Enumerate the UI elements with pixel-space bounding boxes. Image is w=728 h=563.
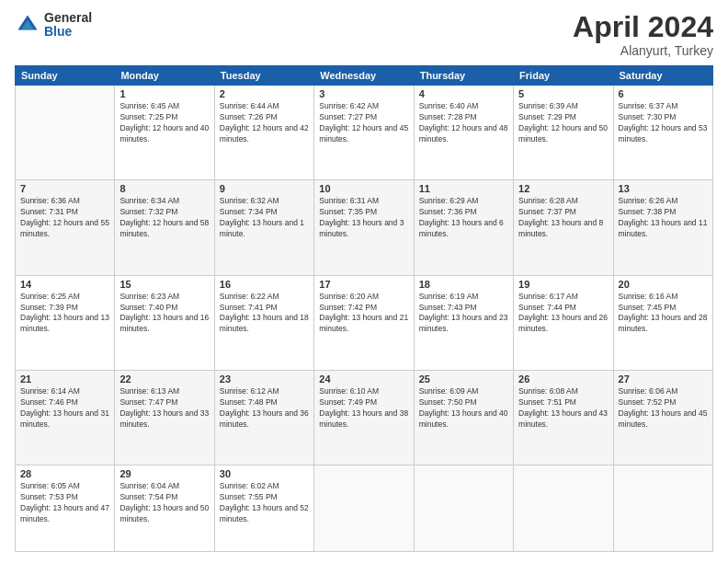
table-cell: 29Sunrise: 6:04 AMSunset: 7:54 PMDayligh…: [115, 465, 214, 552]
day-number: 8: [119, 183, 209, 194]
table-cell: 14Sunrise: 6:25 AMSunset: 7:39 PMDayligh…: [16, 275, 115, 370]
logo: General Blue: [15, 11, 92, 40]
sunset-text: Sunset: 7:44 PM: [518, 303, 576, 312]
sunset-text: Sunset: 7:34 PM: [220, 207, 278, 216]
table-cell: 26Sunrise: 6:08 AMSunset: 7:51 PMDayligh…: [514, 370, 613, 465]
sunrise-text: Sunrise: 6:42 AM: [319, 101, 379, 110]
day-info: Sunrise: 6:17 AMSunset: 7:44 PMDaylight:…: [518, 292, 608, 336]
col-sunday: Sunday: [16, 66, 115, 86]
calendar-week-row: 1Sunrise: 6:45 AMSunset: 7:25 PMDaylight…: [16, 86, 713, 180]
table-cell: 10Sunrise: 6:31 AMSunset: 7:35 PMDayligh…: [314, 180, 414, 275]
daylight-text: Daylight: 12 hours and 42 minutes.: [220, 123, 309, 144]
table-cell: 5Sunrise: 6:39 AMSunset: 7:29 PMDaylight…: [514, 86, 613, 180]
sunset-text: Sunset: 7:43 PM: [419, 303, 477, 312]
daylight-text: Daylight: 13 hours and 36 minutes.: [220, 408, 309, 429]
sunset-text: Sunset: 7:50 PM: [419, 397, 477, 407]
sunset-text: Sunset: 7:39 PM: [20, 303, 78, 312]
table-cell: 15Sunrise: 6:23 AMSunset: 7:40 PMDayligh…: [115, 275, 214, 370]
sunrise-text: Sunrise: 6:17 AM: [518, 292, 578, 301]
sunset-text: Sunset: 7:45 PM: [619, 303, 677, 312]
sunset-text: Sunset: 7:36 PM: [419, 207, 477, 216]
day-info: Sunrise: 6:40 AMSunset: 7:28 PMDaylight:…: [419, 101, 508, 145]
day-number: 23: [220, 373, 309, 385]
table-cell: 21Sunrise: 6:14 AMSunset: 7:46 PMDayligh…: [16, 370, 115, 465]
table-cell: 20Sunrise: 6:16 AMSunset: 7:45 PMDayligh…: [613, 275, 712, 370]
sunrise-text: Sunrise: 6:36 AM: [20, 196, 80, 205]
day-info: Sunrise: 6:06 AMSunset: 7:52 PMDaylight:…: [619, 386, 708, 431]
sunrise-text: Sunrise: 6:40 AM: [419, 101, 479, 110]
table-cell: 30Sunrise: 6:02 AMSunset: 7:55 PMDayligh…: [214, 465, 313, 552]
table-cell: 27Sunrise: 6:06 AMSunset: 7:52 PMDayligh…: [613, 370, 712, 465]
sunset-text: Sunset: 7:49 PM: [319, 397, 377, 407]
sunset-text: Sunset: 7:28 PM: [419, 112, 477, 121]
sunset-text: Sunset: 7:53 PM: [20, 492, 78, 501]
title-location: Alanyurt, Turkey: [573, 43, 713, 58]
day-info: Sunrise: 6:31 AMSunset: 7:35 PMDaylight:…: [319, 196, 408, 240]
sunrise-text: Sunrise: 6:12 AM: [220, 386, 279, 396]
daylight-text: Daylight: 13 hours and 38 minutes.: [319, 408, 408, 429]
daylight-text: Daylight: 12 hours and 48 minutes.: [419, 123, 508, 144]
day-number: 11: [419, 183, 508, 194]
col-monday: Monday: [115, 66, 214, 86]
sunrise-text: Sunrise: 6:10 AM: [319, 386, 379, 396]
table-cell: 16Sunrise: 6:22 AMSunset: 7:41 PMDayligh…: [214, 275, 313, 370]
logo-icon: [15, 12, 40, 38]
sunset-text: Sunset: 7:37 PM: [518, 207, 576, 216]
day-number: 9: [220, 183, 309, 194]
col-tuesday: Tuesday: [214, 66, 313, 86]
sunset-text: Sunset: 7:55 PM: [220, 492, 278, 501]
table-cell: [514, 465, 613, 552]
sunset-text: Sunset: 7:25 PM: [119, 112, 177, 121]
day-info: Sunrise: 6:42 AMSunset: 7:27 PMDaylight:…: [319, 101, 408, 145]
day-number: 16: [220, 279, 309, 290]
col-wednesday: Wednesday: [314, 66, 414, 86]
day-number: 3: [319, 88, 408, 99]
sunset-text: Sunset: 7:27 PM: [319, 112, 377, 121]
day-number: 25: [419, 373, 508, 385]
daylight-text: Daylight: 13 hours and 23 minutes.: [419, 313, 508, 333]
table-cell: 18Sunrise: 6:19 AMSunset: 7:43 PMDayligh…: [414, 275, 513, 370]
day-number: 18: [419, 279, 508, 290]
daylight-text: Daylight: 13 hours and 50 minutes.: [119, 503, 209, 523]
day-number: 1: [119, 88, 209, 99]
sunset-text: Sunset: 7:48 PM: [220, 397, 278, 407]
table-cell: 7Sunrise: 6:36 AMSunset: 7:31 PMDaylight…: [16, 180, 115, 275]
day-number: 26: [518, 373, 608, 385]
table-cell: 9Sunrise: 6:32 AMSunset: 7:34 PMDaylight…: [214, 180, 313, 275]
day-info: Sunrise: 6:10 AMSunset: 7:49 PMDaylight:…: [319, 386, 408, 431]
daylight-text: Daylight: 13 hours and 43 minutes.: [518, 408, 608, 429]
daylight-text: Daylight: 13 hours and 31 minutes.: [20, 408, 109, 429]
sunrise-text: Sunrise: 6:19 AM: [419, 292, 479, 301]
daylight-text: Daylight: 13 hours and 11 minutes.: [619, 218, 708, 238]
daylight-text: Daylight: 12 hours and 58 minutes.: [119, 218, 209, 238]
sunrise-text: Sunrise: 6:23 AM: [119, 292, 179, 301]
day-number: 15: [119, 279, 209, 290]
sunrise-text: Sunrise: 6:05 AM: [20, 481, 80, 490]
sunset-text: Sunset: 7:35 PM: [319, 207, 377, 216]
day-info: Sunrise: 6:28 AMSunset: 7:37 PMDaylight:…: [518, 196, 608, 240]
daylight-text: Daylight: 13 hours and 45 minutes.: [619, 408, 708, 429]
day-info: Sunrise: 6:36 AMSunset: 7:31 PMDaylight:…: [20, 196, 109, 240]
sunrise-text: Sunrise: 6:39 AM: [518, 101, 578, 110]
day-info: Sunrise: 6:25 AMSunset: 7:39 PMDaylight:…: [20, 292, 109, 336]
logo-blue-text: Blue: [44, 25, 92, 39]
sunset-text: Sunset: 7:40 PM: [119, 303, 177, 312]
day-info: Sunrise: 6:16 AMSunset: 7:45 PMDaylight:…: [619, 292, 708, 336]
day-number: 28: [20, 468, 109, 479]
daylight-text: Daylight: 13 hours and 8 minutes.: [518, 218, 603, 238]
day-number: 30: [220, 468, 309, 479]
title-month: April 2024: [573, 11, 713, 43]
calendar-week-row: 21Sunrise: 6:14 AMSunset: 7:46 PMDayligh…: [16, 370, 713, 465]
sunrise-text: Sunrise: 6:22 AM: [220, 292, 279, 301]
calendar-table: Sunday Monday Tuesday Wednesday Thursday…: [15, 65, 713, 552]
sunset-text: Sunset: 7:42 PM: [319, 303, 377, 312]
day-info: Sunrise: 6:13 AMSunset: 7:47 PMDaylight:…: [119, 386, 209, 431]
day-info: Sunrise: 6:22 AMSunset: 7:41 PMDaylight:…: [220, 292, 309, 336]
day-info: Sunrise: 6:37 AMSunset: 7:30 PMDaylight:…: [619, 101, 708, 145]
day-number: 19: [518, 279, 608, 290]
table-cell: 1Sunrise: 6:45 AMSunset: 7:25 PMDaylight…: [115, 86, 214, 180]
sunrise-text: Sunrise: 6:14 AM: [20, 386, 80, 396]
day-number: 24: [319, 373, 408, 385]
table-cell: [613, 465, 712, 552]
day-info: Sunrise: 6:02 AMSunset: 7:55 PMDaylight:…: [220, 481, 309, 525]
